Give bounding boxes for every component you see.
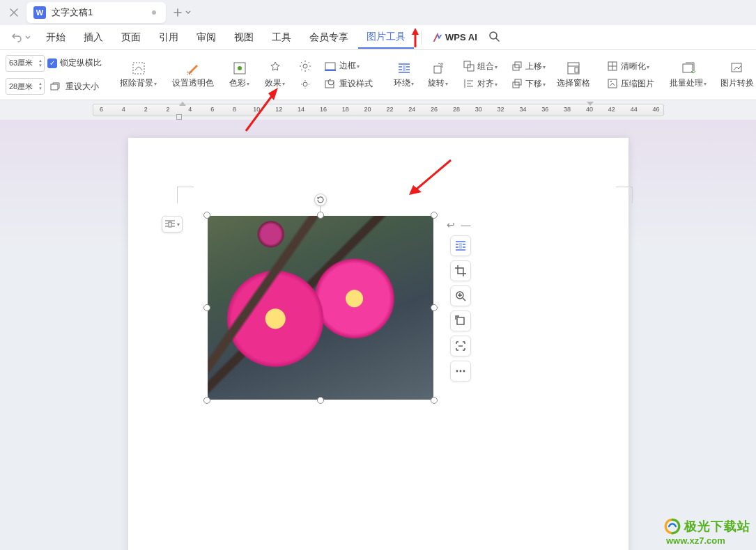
- rotate-icon: [431, 61, 446, 76]
- reset-size-label[interactable]: 重设大小: [65, 81, 99, 93]
- menu-vip[interactable]: 会员专享: [301, 27, 357, 48]
- add-tab-button[interactable]: [173, 8, 191, 17]
- float-more-button[interactable]: [450, 361, 471, 382]
- menu-page[interactable]: 页面: [113, 27, 149, 48]
- batch-label: 批量处理▾: [670, 77, 707, 89]
- remove-bg-button[interactable]: 抠除背景▾: [116, 59, 161, 91]
- move-up-icon: [511, 61, 523, 72]
- wrap-icon: [396, 61, 412, 76]
- float-wrap-button[interactable]: [450, 235, 471, 256]
- ruler-tick: 14: [298, 106, 304, 113]
- float-zoom-button[interactable]: [450, 285, 471, 306]
- svg-marker-34: [412, 28, 419, 35]
- ruler-tick: 30: [475, 106, 482, 113]
- document-stage: ▾ ↩ —: [0, 120, 756, 550]
- selection-pane-button[interactable]: 选择窗格: [553, 50, 594, 100]
- svg-point-7: [303, 82, 307, 86]
- wrap-button[interactable]: 环绕▾: [389, 59, 418, 91]
- resize-handle-br[interactable]: [431, 397, 438, 404]
- height-input[interactable]: 63厘米 ▲▼: [6, 55, 45, 72]
- active-tab[interactable]: W 文字文稿1: [26, 2, 166, 23]
- effect-button[interactable]: 效果▾: [261, 59, 289, 91]
- layout-options-chip[interactable]: ▾: [162, 216, 183, 233]
- document-page[interactable]: ▾ ↩ —: [128, 138, 628, 550]
- clarity-button[interactable]: 清晰化▾: [604, 59, 657, 74]
- menu-tools[interactable]: 工具: [263, 27, 300, 48]
- svg-point-23: [610, 81, 612, 82]
- ruler-tick: 18: [342, 106, 349, 113]
- resize-handle-ml[interactable]: [203, 304, 210, 311]
- remove-bg-icon: [131, 61, 146, 76]
- resize-handle-mr[interactable]: [431, 304, 438, 311]
- brightness-down-icon[interactable]: [298, 77, 313, 92]
- menu-review[interactable]: 审阅: [188, 27, 224, 48]
- svg-rect-8: [325, 63, 335, 70]
- transparent-label: 设置透明色: [172, 77, 214, 89]
- margin-corner-tr: [616, 187, 633, 203]
- convert-button[interactable]: 图片转换: [716, 59, 756, 91]
- float-ocr-button[interactable]: [450, 336, 471, 356]
- group-button[interactable]: 组合▾: [461, 59, 500, 74]
- lock-ratio-label: 锁定纵横比: [60, 57, 102, 69]
- clarity-label: 清晰化▾: [621, 61, 649, 72]
- spinner-icon[interactable]: ▲▼: [38, 58, 43, 68]
- horizontal-ruler[interactable]: 6422468101214161820222426283032343638404…: [93, 104, 664, 116]
- rotate-button[interactable]: 旋转▾: [424, 59, 452, 91]
- border-button[interactable]: 边框▾: [321, 58, 376, 74]
- watermark-logo-icon: [663, 517, 681, 535]
- float-undo-icon[interactable]: ↩: [445, 219, 457, 231]
- svg-line-35: [246, 93, 274, 131]
- reset-style-button[interactable]: 重设样式: [321, 77, 376, 92]
- compress-button[interactable]: 压缩图片: [604, 77, 657, 91]
- ruler-tick: 38: [564, 106, 571, 113]
- selected-image[interactable]: [208, 216, 433, 400]
- search-button[interactable]: [483, 28, 505, 47]
- ruler-tick: 16: [320, 106, 327, 113]
- move-up-button[interactable]: 上移▾: [509, 59, 548, 74]
- svg-point-31: [459, 370, 461, 372]
- resize-handle-bl[interactable]: [203, 397, 210, 404]
- menu-picture-tools[interactable]: 图片工具: [358, 26, 414, 49]
- effect-icon: [268, 61, 283, 76]
- spinner-icon[interactable]: ▲▼: [38, 81, 43, 91]
- resize-handle-tm[interactable]: [317, 212, 324, 219]
- reset-style-icon: [324, 78, 337, 91]
- width-input[interactable]: 28厘米 ▲▼: [6, 78, 45, 95]
- undo-button[interactable]: [6, 29, 36, 46]
- resize-handle-tl[interactable]: [203, 212, 210, 219]
- resize-handle-bm[interactable]: [317, 397, 324, 404]
- float-collapse-icon[interactable]: —: [460, 219, 472, 231]
- convert-label: 图片转换: [720, 77, 754, 89]
- annotation-arrow-3: [408, 156, 456, 198]
- batch-button[interactable]: 批量处理▾: [665, 59, 711, 91]
- ruler-wrap: 6422468101214161820222426283032343638404…: [0, 102, 756, 118]
- float-reset-button[interactable]: [450, 311, 471, 331]
- dirty-indicator: [152, 10, 156, 15]
- tab-close-button[interactable]: [4, 3, 24, 22]
- wps-ai-button[interactable]: WPS AI: [429, 29, 481, 45]
- group-label: 组合▾: [477, 61, 497, 72]
- menu-insert[interactable]: 插入: [75, 27, 111, 48]
- set-transparent-button[interactable]: 设置透明色: [168, 59, 218, 91]
- lock-ratio-checkbox[interactable]: ✓: [47, 58, 57, 68]
- resize-handle-tr[interactable]: [431, 212, 438, 219]
- move-up-label: 上移▾: [525, 61, 546, 72]
- ruler-tick: 34: [519, 106, 526, 113]
- writer-icon: W: [33, 6, 46, 19]
- compress-icon: [607, 78, 618, 89]
- rotate-handle[interactable]: [314, 194, 327, 206]
- float-crop-button[interactable]: [450, 260, 471, 281]
- tab-bar: W 文字文稿1: [0, 0, 756, 25]
- menu-view[interactable]: 视图: [226, 27, 262, 48]
- menu-reference[interactable]: 引用: [151, 27, 187, 48]
- svg-rect-26: [169, 222, 171, 227]
- brightness-up-icon[interactable]: [298, 58, 313, 74]
- align-button[interactable]: 对齐▾: [461, 77, 500, 91]
- plus-icon: [173, 8, 183, 17]
- menu-start[interactable]: 开始: [38, 27, 74, 48]
- selection-pane-icon: [566, 61, 581, 76]
- ruler-tick: 36: [541, 106, 548, 113]
- selection-pane-label: 选择窗格: [557, 77, 590, 89]
- color-button[interactable]: 色彩▾: [225, 59, 254, 91]
- move-down-button[interactable]: 下移▾: [509, 77, 548, 91]
